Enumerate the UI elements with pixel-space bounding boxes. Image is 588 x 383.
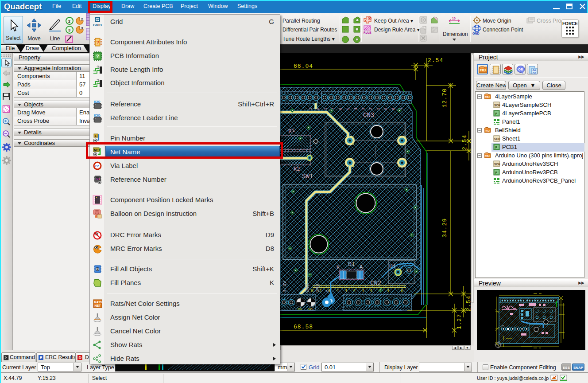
svg-text:Z: Z bbox=[325, 289, 330, 293]
svg-text:D1: D1 bbox=[348, 261, 355, 268]
svg-text:NET: NET bbox=[95, 304, 101, 307]
svg-text:RATS: RATS bbox=[94, 301, 103, 304]
svg-text:SW1: SW1 bbox=[302, 173, 313, 180]
svg-text:ICIO: ICIO bbox=[94, 114, 101, 117]
svg-text:I:2: I:2 bbox=[95, 164, 99, 168]
svg-text:4: 4 bbox=[361, 288, 364, 293]
svg-text:?: ? bbox=[96, 54, 99, 59]
svg-text:6: 6 bbox=[401, 288, 403, 293]
svg-text:SCH: SCH bbox=[494, 137, 500, 141]
svg-text:4: 4 bbox=[387, 288, 389, 293]
svg-text:66.04: 66.04 bbox=[294, 63, 313, 70]
svg-text:2.54: 2.54 bbox=[428, 57, 443, 64]
svg-text:A: A bbox=[360, 264, 363, 270]
svg-text:2: 2 bbox=[369, 108, 373, 110]
svg-text:U1: U1 bbox=[97, 177, 101, 180]
svg-text:6: 6 bbox=[339, 108, 343, 110]
svg-text:R2: R2 bbox=[294, 166, 300, 172]
svg-text:3.3V: 3.3V bbox=[282, 281, 287, 293]
svg-text:K: K bbox=[337, 265, 340, 271]
svg-text:2.54: 2.54 bbox=[465, 296, 471, 311]
svg-text:2.54: 2.54 bbox=[461, 135, 468, 150]
svg-text:GND: GND bbox=[305, 284, 310, 293]
svg-text:PRJ: PRJ bbox=[485, 96, 490, 98]
svg-text:4: 4 bbox=[336, 288, 339, 293]
svg-text:3: 3 bbox=[81, 26, 83, 30]
svg-text:CN2: CN2 bbox=[370, 280, 381, 287]
svg-text:2: 2 bbox=[68, 19, 70, 23]
svg-text:1: 1 bbox=[95, 134, 97, 138]
svg-text:GRID: GRID bbox=[93, 23, 102, 27]
svg-text:PRJ: PRJ bbox=[485, 155, 490, 157]
svg-text:D: D bbox=[79, 356, 82, 360]
svg-text:SCH: SCH bbox=[494, 104, 500, 107]
svg-text:P: P bbox=[495, 112, 498, 115]
svg-text:4: 4 bbox=[353, 288, 356, 293]
svg-text:AA: AA bbox=[533, 71, 536, 74]
svg-text:OB: OB bbox=[518, 67, 523, 71]
svg-text:?: ? bbox=[97, 40, 100, 45]
svg-text:GND: GND bbox=[315, 284, 320, 293]
svg-text:DRL: DRL bbox=[298, 308, 303, 311]
svg-text:PRJ: PRJ bbox=[485, 129, 490, 132]
svg-text:4: 4 bbox=[354, 108, 358, 110]
svg-text:?: ? bbox=[97, 78, 99, 83]
svg-text:1: 1 bbox=[324, 108, 328, 110]
svg-text:GND: GND bbox=[472, 32, 480, 35]
svg-text:PRJ: PRJ bbox=[480, 69, 486, 72]
svg-text:8: 8 bbox=[311, 288, 313, 293]
svg-text:U1: U1 bbox=[389, 263, 396, 270]
svg-text:0: 0 bbox=[384, 108, 388, 110]
svg-text:1.27: 1.27 bbox=[456, 314, 463, 329]
svg-text:E: E bbox=[40, 356, 43, 360]
svg-text:R1: R1 bbox=[288, 127, 295, 135]
svg-text:2: 2 bbox=[81, 17, 83, 21]
svg-text:4: 4 bbox=[370, 288, 372, 293]
svg-text:DRL: DRL bbox=[308, 308, 313, 311]
svg-text:3: 3 bbox=[361, 108, 366, 110]
svg-text:4: 4 bbox=[344, 288, 347, 293]
svg-text:10: 10 bbox=[452, 17, 456, 20]
svg-text:RULE: RULE bbox=[364, 31, 371, 34]
svg-text:P: P bbox=[495, 146, 498, 149]
svg-text:CN3: CN3 bbox=[363, 112, 374, 119]
svg-text:3: 3 bbox=[68, 28, 70, 32]
svg-text:ICIO: ICIO bbox=[94, 100, 101, 103]
svg-text:68.58: 68.58 bbox=[294, 324, 313, 330]
svg-text:SCH: SCH bbox=[494, 163, 500, 166]
svg-text:8: 8 bbox=[391, 108, 396, 110]
svg-text:1: 1 bbox=[309, 108, 313, 110]
svg-text:34.29: 34.29 bbox=[441, 218, 448, 238]
svg-text:5: 5 bbox=[346, 108, 351, 110]
svg-text:12.70: 12.70 bbox=[441, 88, 448, 108]
svg-text:P: P bbox=[495, 171, 498, 174]
svg-text:1: 1 bbox=[376, 108, 381, 110]
svg-text:?: ? bbox=[97, 65, 99, 70]
